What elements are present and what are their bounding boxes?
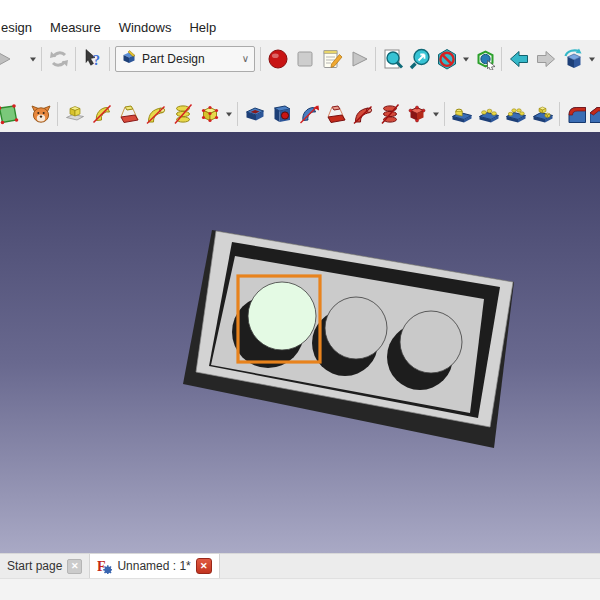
menu-item-design[interactable]: esign bbox=[0, 16, 41, 39]
subtractive-helix-button[interactable] bbox=[376, 100, 403, 128]
stop-macro-icon bbox=[294, 48, 316, 70]
navigate-back-button[interactable] bbox=[505, 45, 532, 73]
redo-dropdown-caret[interactable] bbox=[27, 45, 38, 73]
workbench-selector-value: Part Design bbox=[142, 52, 237, 66]
edit-macro-icon bbox=[321, 48, 343, 70]
menu-bar: esign Measure Windows Help bbox=[0, 14, 600, 40]
caret-down-icon bbox=[432, 103, 440, 125]
linear-pattern-icon bbox=[478, 103, 500, 125]
additive-box-icon bbox=[199, 103, 221, 125]
back-arrow-icon bbox=[508, 48, 530, 70]
zoom-selection-button[interactable] bbox=[406, 45, 433, 73]
caret-down-icon bbox=[225, 103, 233, 125]
whats-this-icon: ? bbox=[82, 48, 104, 70]
box-element-selection-button[interactable] bbox=[471, 45, 498, 73]
create-sketch-icon bbox=[8, 103, 19, 125]
toolbar-separator bbox=[375, 47, 376, 71]
subtractive-loft-icon bbox=[325, 103, 347, 125]
toolbar-row-1: ?Part Design∨ bbox=[0, 40, 600, 77]
hole-3-face[interactable] bbox=[400, 311, 462, 373]
polar-pattern-button[interactable] bbox=[502, 100, 529, 128]
subtractive-primitive-button[interactable] bbox=[403, 100, 430, 128]
subtractive-primitive-caret[interactable] bbox=[430, 100, 441, 128]
subtractive-loft-button[interactable] bbox=[322, 100, 349, 128]
model-scene bbox=[0, 132, 600, 553]
pocket-button[interactable] bbox=[241, 100, 268, 128]
toolbar-empty-area bbox=[0, 77, 600, 96]
redo-button[interactable] bbox=[0, 45, 27, 73]
toolbar-separator bbox=[57, 102, 58, 126]
menu-item-help[interactable]: Help bbox=[180, 16, 225, 39]
fillet-button[interactable] bbox=[563, 100, 590, 128]
status-bar bbox=[0, 578, 600, 600]
tab-start-page-close-icon[interactable]: ✕ bbox=[67, 559, 82, 574]
toolbar-separator bbox=[444, 102, 445, 126]
3d-viewport[interactable] bbox=[0, 132, 600, 553]
additive-loft-button[interactable] bbox=[115, 100, 142, 128]
toolbar-separator bbox=[237, 102, 238, 126]
pad-icon bbox=[64, 103, 86, 125]
tab-unnamed-label: Unnamed : 1* bbox=[117, 559, 190, 573]
menu-item-measure[interactable]: Measure bbox=[41, 16, 110, 39]
polar-pattern-icon bbox=[505, 103, 527, 125]
tab-start-page[interactable]: Start page ✕ bbox=[0, 554, 89, 578]
additive-helix-button[interactable] bbox=[169, 100, 196, 128]
caret-down-icon bbox=[588, 48, 596, 70]
navigate-forward-button[interactable] bbox=[532, 45, 559, 73]
refresh-icon bbox=[48, 48, 70, 70]
additive-helix-icon bbox=[172, 103, 194, 125]
linear-pattern-button[interactable] bbox=[475, 100, 502, 128]
freecad-window: esign Measure Windows Help ?Part Design∨ bbox=[0, 0, 600, 600]
refresh-button[interactable] bbox=[45, 45, 72, 73]
hole-2-face[interactable] bbox=[325, 297, 387, 359]
additive-loft-icon bbox=[118, 103, 140, 125]
revolution-icon bbox=[91, 103, 113, 125]
revolution-button[interactable] bbox=[88, 100, 115, 128]
additive-primitive-button[interactable] bbox=[196, 100, 223, 128]
axonometric-view-button[interactable] bbox=[559, 45, 586, 73]
draw-style-caret[interactable] bbox=[460, 45, 471, 73]
additive-primitive-caret[interactable] bbox=[223, 100, 234, 128]
pocket-icon bbox=[244, 103, 266, 125]
macro-record-button[interactable] bbox=[264, 45, 291, 73]
groove-button[interactable] bbox=[295, 100, 322, 128]
forward-arrow-icon bbox=[535, 48, 557, 70]
dog-face-button[interactable] bbox=[27, 100, 54, 128]
caret-down-icon bbox=[29, 48, 37, 70]
draw-style-button[interactable] bbox=[433, 45, 460, 73]
freecad-file-icon: F bbox=[97, 559, 112, 574]
subtractive-helix-icon bbox=[379, 103, 401, 125]
toolbar-separator bbox=[260, 47, 261, 71]
tab-unnamed-document[interactable]: F Unnamed : 1* ✕ bbox=[89, 554, 219, 578]
toolbar-row-2 bbox=[0, 96, 600, 132]
pad-button[interactable] bbox=[61, 100, 88, 128]
multitransform-button[interactable] bbox=[529, 100, 556, 128]
toolbar-separator bbox=[501, 47, 502, 71]
title-bar bbox=[0, 0, 600, 14]
zoom-selection-icon bbox=[409, 48, 431, 70]
hole-button[interactable] bbox=[268, 100, 295, 128]
tab-start-page-label: Start page bbox=[7, 559, 62, 573]
tab-unnamed-close-icon[interactable]: ✕ bbox=[196, 558, 212, 574]
fillet-icon bbox=[566, 103, 588, 125]
draw-style-icon bbox=[436, 48, 458, 70]
mirrored-button[interactable] bbox=[448, 100, 475, 128]
record-macro-icon bbox=[267, 48, 289, 70]
play-macro-icon bbox=[348, 48, 370, 70]
whats-this-button[interactable]: ? bbox=[79, 45, 106, 73]
axonometric-view-caret[interactable] bbox=[586, 45, 597, 73]
hole-icon bbox=[271, 103, 293, 125]
macro-stop-button[interactable] bbox=[291, 45, 318, 73]
caret-down-icon bbox=[462, 48, 470, 70]
macro-edit-button[interactable] bbox=[318, 45, 345, 73]
chamfer-button[interactable] bbox=[590, 100, 600, 128]
macro-play-button[interactable] bbox=[345, 45, 372, 73]
hole-1-selected-face[interactable] bbox=[248, 282, 316, 350]
multitransform-icon bbox=[532, 103, 554, 125]
workbench-selector[interactable]: Part Design∨ bbox=[115, 46, 255, 72]
additive-pipe-button[interactable] bbox=[142, 100, 169, 128]
create-sketch-button[interactable] bbox=[0, 100, 27, 128]
subtractive-pipe-button[interactable] bbox=[349, 100, 376, 128]
fit-all-button[interactable] bbox=[379, 45, 406, 73]
menu-item-windows[interactable]: Windows bbox=[110, 16, 181, 39]
